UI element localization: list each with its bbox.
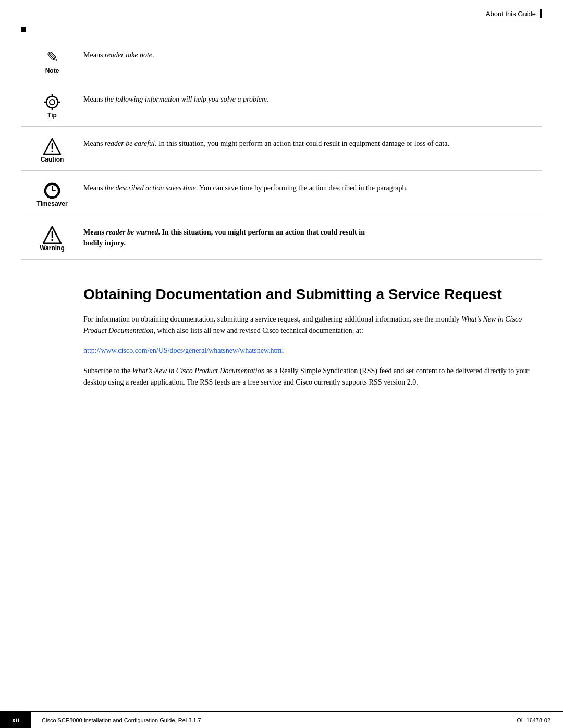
timesaver-description: Means the described action saves time. Y… (83, 180, 542, 193)
page-header: About this Guide (0, 0, 563, 22)
content-area: ✎ Note Means reader take note. Tip (0, 22, 563, 389)
warning-icon (43, 226, 62, 244)
warning-row: Warning Means reader be warned. In this … (21, 215, 542, 260)
footer-page-number: xii (0, 712, 31, 728)
svg-point-8 (52, 151, 53, 152)
timesaver-row: Timesaver Means the described action sav… (21, 171, 542, 215)
header-bar (540, 9, 542, 18)
svg-point-0 (46, 96, 58, 108)
warning-label: Warning (40, 244, 65, 252)
tip-description: Means the following information will hel… (83, 92, 542, 105)
top-left-decoration (21, 27, 26, 32)
note-icon-symbol: ✎ (46, 48, 58, 66)
section-para-3: Subscribe to the What’s New in Cisco Pro… (83, 365, 542, 389)
caution-icon (43, 137, 62, 156)
timesaver-icon (43, 181, 62, 200)
svg-point-1 (50, 100, 55, 105)
timesaver-label: Timesaver (36, 200, 67, 207)
header-title: About this Guide (486, 10, 536, 18)
page-container: About this Guide ✎ Note Means reader tak… (0, 0, 563, 728)
tip-icon (43, 93, 62, 112)
timesaver-icon-col: Timesaver (21, 180, 83, 207)
note-icon-col: ✎ Note (21, 47, 83, 75)
section-heading: Obtaining Documentation and Submitting a… (83, 286, 542, 303)
tip-row: Tip Means the following information will… (21, 82, 542, 127)
note-label: Note (45, 67, 59, 75)
section-link-para: http://www.cisco.com/en/US/docs/general/… (83, 345, 542, 356)
warning-description: Means reader be warned. In this situatio… (83, 225, 542, 249)
footer-doc-number: OL-16478-02 (506, 713, 561, 727)
tip-label: Tip (47, 112, 57, 119)
note-row: ✎ Note Means reader take note. (21, 38, 542, 82)
warning-icon-col: Warning (21, 225, 83, 252)
tip-icon-col: Tip (21, 92, 83, 119)
section-body: For information on obtaining documentati… (83, 314, 542, 389)
footer-doc-title: Cisco SCE8000 Installation and Configura… (31, 713, 506, 727)
cisco-docs-link[interactable]: http://www.cisco.com/en/US/docs/general/… (83, 347, 284, 354)
caution-icon-col: Caution (21, 136, 83, 163)
caution-label: Caution (41, 156, 64, 163)
note-description: Means reader take note. (83, 47, 542, 60)
page-footer: xii Cisco SCE8000 Installation and Confi… (0, 711, 563, 728)
caution-description: Means reader be careful. In this situati… (83, 136, 542, 149)
section-para-1: For information on obtaining documentati… (83, 314, 542, 337)
svg-point-17 (51, 239, 53, 241)
caution-row: Caution Means reader be careful. In this… (21, 127, 542, 171)
